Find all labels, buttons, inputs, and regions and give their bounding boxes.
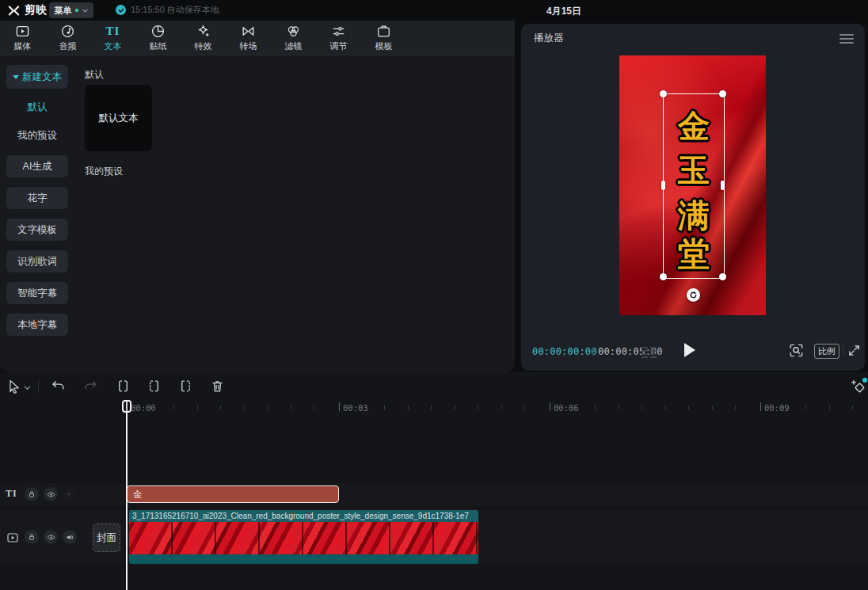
fullscreen-icon[interactable] [847, 344, 861, 357]
selection-handle-top-left[interactable] [660, 90, 667, 97]
cover-button[interactable]: 封面 [93, 523, 120, 552]
sidebar-item-default[interactable]: 默认 [6, 97, 68, 116]
video-track-mute-button[interactable] [63, 530, 77, 544]
text-selection-box[interactable] [663, 93, 725, 279]
default-text-card-label: 默认文本 [99, 112, 139, 125]
asset-ribbon: 媒体 音频 TI 文本 贴纸 特效 转场 滤镜 调节 模板 [0, 21, 515, 55]
player-menu-button[interactable] [839, 34, 854, 44]
select-tool-icon[interactable] [6, 379, 22, 394]
text-track-lock-button[interactable] [25, 487, 39, 501]
sidebar-item-new-text[interactable]: 新建文本 [6, 65, 68, 89]
split-icon[interactable] [116, 379, 131, 394]
menu-button[interactable]: 菜单 [49, 2, 93, 18]
ruler-minor-tick [665, 405, 666, 409]
video-track-visibility-button[interactable] [44, 530, 58, 544]
transition-icon [241, 24, 256, 39]
selection-handle-bottom-left[interactable] [660, 273, 667, 280]
player-panel: 播放器 金 玉 满 堂 00:00:00:00 | 00:00:05:00 比例 [521, 24, 865, 371]
ruler-major-tick [550, 402, 550, 411]
ribbon-tab-label: 媒体 [14, 40, 32, 52]
ruler-minor-tick [852, 405, 853, 409]
chevron-down-icon [82, 7, 89, 14]
ruler-minor-tick [455, 405, 455, 409]
ruler-label: 00:03 [343, 403, 368, 413]
text-track-visibility-button[interactable] [44, 487, 58, 501]
ruler-minor-tick [173, 405, 174, 409]
video-track-lock-button[interactable] [25, 530, 39, 544]
lock-icon [28, 533, 36, 541]
autosave-text: 15:15:50 自动保存本地 [131, 4, 219, 16]
ribbon-tab-adjust[interactable]: 调节 [316, 21, 361, 55]
frame-list-icon[interactable] [641, 347, 657, 358]
project-title: 4月15日 [546, 5, 581, 18]
ratio-button[interactable]: 比例 [814, 344, 839, 359]
undo-icon[interactable] [51, 379, 66, 394]
library-section-presets: 我的预设 [85, 165, 123, 178]
sidebar-item-fancy-text[interactable]: 花字 [6, 187, 68, 209]
ribbon-tab-sticker[interactable]: 贴纸 [135, 21, 181, 55]
ruler-minor-tick [197, 405, 198, 409]
ribbon-tab-label: 贴纸 [150, 40, 167, 52]
speaker-icon [66, 533, 74, 542]
sidebar-item-local-subtitles[interactable]: 本地字幕 [6, 314, 68, 336]
ruler-minor-tick [408, 405, 409, 409]
ribbon-tab-label: 特效 [195, 40, 212, 52]
ruler-major-tick [760, 402, 761, 411]
ruler-minor-tick [641, 405, 642, 409]
ribbon-tab-text[interactable]: TI 文本 [90, 21, 135, 55]
adjust-icon [331, 24, 346, 39]
select-tool-chevron-icon[interactable] [23, 383, 32, 392]
selection-handle-bottom-right[interactable] [719, 273, 726, 280]
default-text-card[interactable]: 默认文本 [85, 85, 152, 151]
filter-icon [286, 24, 301, 39]
ribbon-tab-media[interactable]: 媒体 [0, 21, 45, 55]
preview-quality-icon[interactable] [789, 343, 804, 358]
sidebar-item-ai-generate[interactable]: AI生成 [6, 155, 68, 177]
rotate-handle[interactable] [687, 288, 700, 302]
ruler-minor-tick [524, 405, 525, 409]
playhead-handle[interactable] [122, 400, 131, 413]
text-track-mute-button[interactable] [63, 487, 77, 501]
ruler-minor-tick [501, 405, 502, 409]
sidebar-item-text-template[interactable]: 文字模板 [6, 219, 68, 241]
menu-notification-dot [75, 9, 78, 12]
video-viewport[interactable]: 金 玉 满 堂 [619, 55, 766, 315]
player-title: 播放器 [534, 32, 564, 45]
ribbon-tab-label: 音频 [59, 40, 77, 52]
current-time: 00:00:00:00 [532, 346, 597, 357]
app-logo-text: 剪映 [25, 3, 47, 17]
sidebar-item-my-presets[interactable]: 我的预设 [6, 126, 68, 145]
text-clip[interactable]: 金 [127, 485, 339, 503]
ribbon-tab-audio[interactable]: 音频 [45, 21, 90, 55]
speaker-icon [66, 490, 74, 498]
redo-icon[interactable] [83, 379, 98, 394]
sidebar-item-lyrics-recognition[interactable]: 识别歌词 [6, 250, 68, 272]
ribbon-tab-label: 转场 [240, 40, 257, 52]
video-track-type-icon [6, 531, 19, 544]
playhead-line[interactable] [126, 401, 128, 590]
ribbon-tab-filter[interactable]: 滤镜 [271, 21, 316, 55]
trim-left-icon[interactable] [147, 379, 162, 394]
text-icon: TI [106, 23, 120, 39]
ribbon-tab-effects[interactable]: 特效 [181, 21, 226, 55]
ribbon-tab-transition[interactable]: 转场 [226, 21, 271, 55]
sidebar-item-label: 默认 [28, 101, 48, 114]
selection-handle-top-right[interactable] [719, 90, 726, 97]
selection-handle-mid-right[interactable] [721, 181, 725, 190]
text-panel: 新建文本 默认 我的预设 AI生成 花字 文字模板 识别歌词 智能字幕 本地字幕… [0, 55, 515, 372]
ribbon-tab-template[interactable]: 模板 [361, 21, 406, 55]
trim-right-icon[interactable] [178, 379, 193, 394]
video-clip-name: 3_1713165216710_ai2023_Clean_red_backgro… [129, 510, 478, 522]
library-section-default: 默认 [85, 68, 104, 82]
play-button[interactable] [684, 343, 695, 357]
controls-divider [843, 344, 843, 356]
sidebar-item-label: 花字 [28, 192, 48, 205]
delete-icon[interactable] [210, 379, 225, 394]
eye-icon [47, 533, 55, 542]
sidebar-item-auto-captions[interactable]: 智能字幕 [6, 282, 68, 304]
text-clip-label: 金 [133, 489, 143, 501]
video-clip[interactable]: 3_1713165216710_ai2023_Clean_red_backgro… [129, 510, 478, 564]
ruler-label: 00:06 [554, 403, 579, 413]
ruler-label: 00:09 [764, 403, 790, 413]
selection-handle-mid-left[interactable] [661, 181, 665, 190]
